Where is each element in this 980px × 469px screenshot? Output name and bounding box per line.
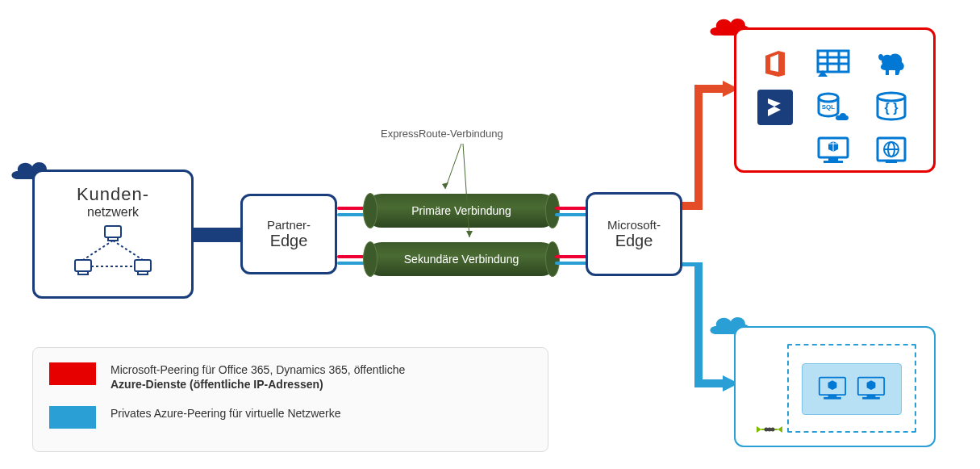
svg-rect-26 (828, 157, 838, 161)
vm-monitor-icon (815, 133, 851, 169)
legend-swatch-blue (49, 406, 96, 429)
svg-point-42 (771, 428, 775, 432)
office365-icon (757, 46, 793, 82)
connector-customer-partner (194, 228, 242, 242)
wire-blue-bottom-right (555, 262, 587, 265)
svg-rect-0 (105, 226, 121, 237)
microsoft-title: Microsoft- (607, 218, 661, 232)
wire-red-top-right (555, 207, 587, 210)
hdinsight-icon (874, 46, 909, 82)
storage-table-icon (815, 46, 851, 82)
svg-line-11 (463, 144, 469, 237)
legend-red-line2: Azure-Dienste (öffentliche IP-Adressen) (111, 378, 323, 391)
vm-icon-1 (816, 375, 849, 404)
svg-rect-27 (824, 161, 843, 163)
partner-title: Partner- (267, 218, 311, 232)
svg-text:{ }: { } (885, 101, 899, 115)
load-balancer-icon (755, 418, 784, 444)
customer-title: Kunden- (77, 184, 149, 205)
red-peering-arrow (682, 81, 739, 210)
customer-network-box: Kunden- netzwerk (32, 170, 194, 299)
svg-line-7 (113, 241, 143, 260)
customer-subtitle: netzwerk (87, 205, 139, 220)
svg-line-9 (445, 144, 461, 189)
microsoft-subtitle: Edge (615, 232, 653, 250)
secondary-pipe-label: Sekundäre Verbindung (404, 253, 519, 266)
svg-rect-1 (108, 237, 118, 241)
svg-line-6 (83, 241, 113, 260)
vnet-box (734, 326, 936, 447)
svg-rect-34 (828, 395, 837, 397)
public-services-box: SQL { } (734, 27, 936, 173)
legend-red-line1: Microsoft-Peering für Office 365, Dynami… (111, 363, 405, 376)
vm-icon-2 (855, 375, 887, 404)
svg-rect-38 (862, 397, 880, 400)
svg-text:SQL: SQL (822, 103, 836, 111)
legend-blue-text: Privates Azure-Peering für virtuelle Net… (111, 407, 341, 420)
microsoft-edge-box: Microsoft- Edge (586, 192, 682, 276)
wire-red-bottom-right (555, 255, 587, 258)
svg-rect-3 (78, 271, 88, 274)
wire-blue-top-right (555, 213, 587, 216)
legend-box: Microsoft-Peering für Office 365, Dynami… (32, 347, 548, 452)
svg-point-21 (819, 94, 838, 102)
svg-rect-37 (867, 395, 876, 397)
svg-point-23 (878, 93, 905, 101)
svg-rect-35 (824, 397, 841, 400)
svg-rect-2 (75, 260, 91, 271)
dynamics365-icon (757, 90, 793, 125)
svg-rect-4 (135, 260, 151, 271)
svg-rect-32 (886, 161, 897, 163)
vm-tile (802, 363, 902, 415)
svg-marker-12 (466, 231, 473, 237)
svg-marker-10 (442, 182, 448, 189)
partner-subtitle: Edge (270, 232, 308, 250)
cdn-globe-icon (874, 133, 909, 169)
svg-rect-15 (818, 51, 849, 72)
note-arrows (365, 136, 558, 249)
network-icon (69, 224, 157, 284)
partner-edge-box: Partner- Edge (240, 194, 337, 274)
svg-rect-5 (138, 271, 148, 274)
webapp-icon: { } (874, 90, 909, 125)
legend-swatch-red (49, 362, 96, 385)
sql-database-icon: SQL (815, 90, 851, 125)
